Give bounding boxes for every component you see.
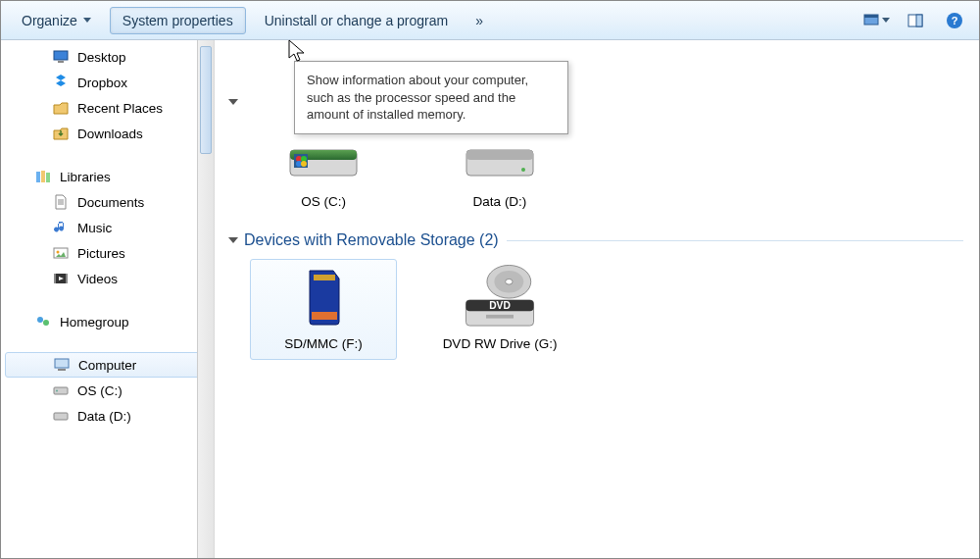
music-icon	[52, 219, 70, 236]
tooltip-text: Show information about your computer, su…	[307, 73, 528, 122]
svg-rect-7	[58, 61, 64, 63]
drive-d-icon	[52, 407, 70, 425]
drive-dvd-rw-g[interactable]: DVD DVD RW Drive (G:)	[426, 259, 573, 360]
toolbar: Organize System properties Uninstall or …	[1, 1, 979, 40]
sidebar-item-music[interactable]: Music	[1, 215, 214, 240]
svg-rect-16	[54, 274, 56, 283]
sidebar-item-pictures[interactable]: Pictures	[1, 240, 214, 266]
svg-rect-22	[58, 369, 66, 371]
sidebar-item-label: Dropbox	[77, 76, 127, 90]
chevron-down-icon	[882, 18, 890, 23]
drive-label: OS (C:)	[301, 194, 346, 209]
svg-text:DVD: DVD	[489, 300, 511, 311]
removable-section-header[interactable]: Devices with Removable Storage (2)	[230, 231, 963, 249]
sidebar-item-label: Music	[77, 221, 112, 235]
organize-button[interactable]: Organize	[9, 7, 104, 34]
computer-icon	[53, 356, 71, 374]
svg-rect-6	[54, 51, 68, 60]
hard-drive-icon	[459, 126, 541, 188]
svg-rect-37	[312, 312, 337, 320]
svg-marker-9	[56, 80, 66, 86]
sidebar-item-documents[interactable]: Documents	[1, 189, 214, 215]
sd-card-icon	[282, 268, 365, 330]
collapse-triangle-icon	[228, 237, 238, 243]
removable-drives-row: SD/MMC (F:) DVD DVD	[250, 259, 963, 360]
svg-point-20	[43, 320, 49, 326]
sidebar-item-label: Documents	[77, 195, 144, 210]
sidebar-item-label: Pictures	[77, 246, 125, 261]
svg-text:?: ?	[952, 15, 958, 26]
svg-rect-25	[54, 413, 68, 420]
drive-label: Data (D:)	[473, 194, 527, 209]
svg-rect-1	[864, 15, 878, 18]
svg-rect-3	[916, 15, 922, 26]
sidebar-item-homegroup[interactable]: Homegroup	[1, 309, 214, 334]
svg-rect-44	[486, 315, 514, 319]
svg-rect-12	[46, 173, 50, 182]
svg-rect-34	[466, 150, 533, 160]
sidebar-item-label: Recent Places	[77, 101, 163, 116]
preview-pane-button[interactable]	[899, 7, 932, 34]
svg-rect-36	[314, 275, 335, 280]
libraries-icon	[34, 168, 52, 185]
sidebar-scrollbar[interactable]	[197, 40, 214, 558]
section-divider	[507, 240, 963, 241]
sidebar-item-libraries[interactable]: Libraries	[1, 164, 214, 189]
collapse-triangle-icon	[228, 99, 238, 105]
pictures-icon	[52, 244, 70, 262]
drive-sd-mmc-f[interactable]: SD/MMC (F:)	[250, 259, 397, 360]
videos-icon	[52, 270, 70, 287]
scrollbar-thumb[interactable]	[200, 46, 212, 154]
recent-icon	[52, 99, 70, 117]
drive-label: SD/MMC (F:)	[284, 336, 362, 351]
sidebar-item-label: Computer	[78, 358, 136, 373]
toolbar-overflow-button[interactable]: »	[466, 7, 492, 34]
help-icon: ?	[946, 12, 963, 29]
svg-rect-10	[36, 172, 40, 182]
svg-rect-17	[66, 274, 68, 283]
sidebar-item-recent-places[interactable]: Recent Places	[1, 95, 214, 121]
documents-icon	[52, 193, 70, 211]
system-properties-button[interactable]: System properties	[110, 7, 246, 34]
removable-section-label: Devices with Removable Storage (2)	[244, 231, 499, 249]
uninstall-button[interactable]: Uninstall or change a program	[252, 7, 462, 34]
sidebar-item-label: Libraries	[60, 170, 111, 184]
sidebar-item-label: Downloads	[77, 127, 143, 141]
svg-point-40	[506, 279, 513, 284]
sidebar-item-label: OS (C:)	[77, 383, 122, 398]
view-button[interactable]	[859, 7, 893, 34]
preview-pane-icon	[906, 12, 924, 29]
svg-point-24	[56, 390, 58, 392]
system-properties-label: System properties	[122, 13, 233, 28]
sidebar-item-videos[interactable]: Videos	[1, 266, 214, 291]
svg-point-19	[37, 317, 43, 323]
overflow-label: »	[475, 13, 483, 28]
sidebar-item-drive-d[interactable]: Data (D:)	[1, 403, 214, 429]
dropbox-icon	[52, 74, 70, 91]
sidebar-item-label: Homegroup	[60, 315, 129, 330]
sidebar-item-computer[interactable]: Computer	[5, 352, 210, 378]
help-button[interactable]: ?	[938, 7, 971, 34]
homegroup-icon	[34, 313, 52, 330]
sidebar-item-desktop[interactable]: Desktop	[1, 44, 214, 70]
organize-label: Organize	[22, 13, 77, 28]
svg-rect-21	[55, 359, 69, 368]
svg-marker-8	[56, 75, 66, 80]
svg-rect-11	[41, 171, 45, 182]
sidebar-item-label: Data (D:)	[77, 409, 131, 424]
svg-point-32	[301, 161, 307, 167]
sidebar-item-drive-c[interactable]: OS (C:)	[1, 378, 214, 403]
svg-point-35	[521, 168, 525, 172]
downloads-icon	[52, 125, 70, 142]
sidebar-item-label: Videos	[77, 272, 118, 286]
desktop-icon	[52, 48, 70, 66]
hard-drive-icon	[282, 126, 365, 188]
tooltip: Show information about your computer, su…	[294, 61, 568, 134]
svg-point-14	[57, 251, 60, 254]
drive-c-icon	[52, 381, 70, 399]
sidebar: Desktop Dropbox Recent Places Downloads	[1, 40, 215, 558]
sidebar-item-label: Desktop	[77, 50, 126, 65]
sidebar-item-downloads[interactable]: Downloads	[1, 121, 214, 146]
view-icon	[862, 12, 880, 29]
sidebar-item-dropbox[interactable]: Dropbox	[1, 70, 214, 95]
